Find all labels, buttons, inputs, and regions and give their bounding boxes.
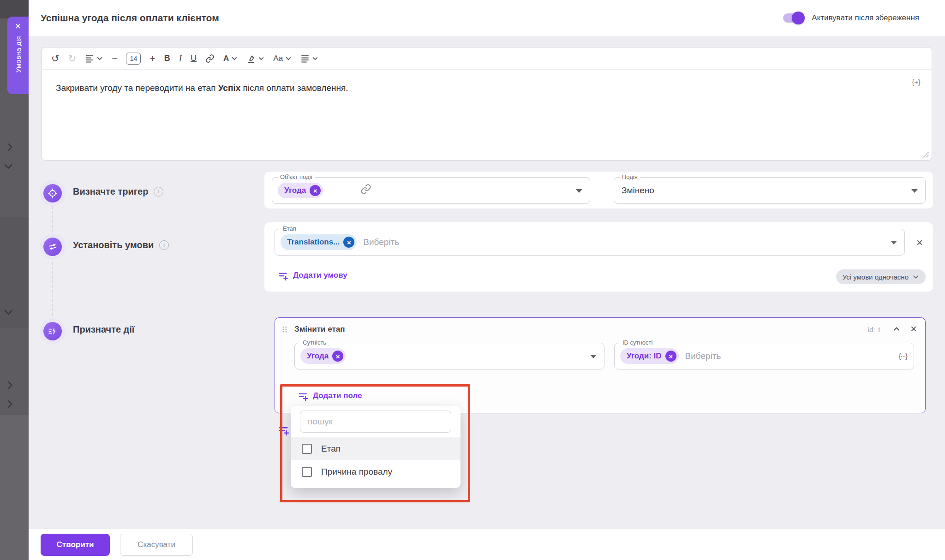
info-icon[interactable]: i [154,187,163,197]
dropdown-arrow-icon[interactable] [891,241,897,244]
sidebar-shade [0,415,29,560]
select-placeholder: Виберіть [685,351,721,361]
chevron-down-icon [285,55,292,62]
chevron-down-icon [912,274,919,280]
option-label: Етап [321,444,341,454]
entity-id-select[interactable]: ID сутності Угоди: ID × Виберіть {···} [614,343,914,369]
cancel-button[interactable]: Скасувати [120,534,193,556]
dropdown-option[interactable]: Етап [291,437,461,460]
bold-text: Успіх [218,83,241,93]
condition-mode-select[interactable]: Усі умови одночасно [836,269,926,284]
remove-chip-icon[interactable]: × [665,351,676,362]
option-checkbox[interactable] [302,467,312,477]
entity-select[interactable]: Сутність Угода × [294,343,604,369]
field-label: Подія [620,173,640,180]
resize-handle-icon[interactable] [922,151,929,158]
activate-toggle-label: Активувати після збереження [812,13,919,23]
insert-link-button[interactable] [205,54,215,63]
highlight-color-button[interactable] [246,54,264,63]
trigger-step-header: Визначте тригер i [73,186,163,197]
remove-chip-icon[interactable]: × [343,237,354,248]
font-color-button[interactable]: A [223,54,238,63]
chevron-down-icon [258,55,264,62]
dropdown-arrow-icon[interactable] [590,355,597,358]
editor-toolbar: ↺ ↻ − 14 + B I U A Aa [42,48,932,70]
action-title: Змінити етап [294,325,345,334]
underline-button[interactable]: U [191,54,197,63]
text-case-button[interactable]: Aa [273,54,292,63]
action-id: id: 1 [868,326,881,334]
chevron-right-icon[interactable] [5,399,15,409]
conditions-step-icon [40,234,66,260]
trigger-step-icon [40,180,66,206]
insert-variable-icon[interactable]: {+} [912,78,921,86]
align-button[interactable] [300,54,318,63]
font-size-decrease-button[interactable]: − [112,54,117,63]
automation-editor-panel: Успішна угода після оплати клієнтом Акти… [29,0,945,560]
sidebar-shade [0,0,29,18]
italic-button[interactable]: I [179,54,182,64]
field-label: Етап [281,225,299,232]
action-card-header: Змінити етап id: 1 × [275,318,925,340]
insert-variable-icon[interactable]: {···} [899,352,907,360]
description-text[interactable]: Закривати угоду та переводити на етап Ус… [42,70,932,106]
chevron-right-icon[interactable] [5,142,15,152]
remove-chip-icon[interactable]: × [310,185,321,196]
selected-chip: Translations... × [281,234,357,250]
add-list-icon [278,270,288,280]
chevron-right-icon[interactable] [5,380,15,390]
drawer-tab-label: Умовна дія [14,36,22,72]
undo-button[interactable]: ↺ [51,54,60,63]
add-list-icon [278,424,289,435]
actions-step-icon [40,318,66,344]
info-icon[interactable]: i [159,240,169,250]
add-condition-button[interactable]: Додати умову [278,270,347,280]
close-icon[interactable]: × [910,322,917,335]
bold-button[interactable]: B [164,54,170,63]
font-size-value[interactable]: 14 [126,53,141,65]
chevron-down-icon [231,55,238,62]
page-title: Успішна угода після оплати клієнтом [41,12,219,24]
option-checkbox[interactable] [302,444,312,454]
actions-step-header: Призначте дії [73,324,135,335]
dropdown-arrow-icon[interactable] [576,189,582,193]
toggle-knob [792,12,805,24]
field-label: ID сутності [620,339,655,346]
search-input[interactable] [300,411,451,433]
line-height-button[interactable] [85,54,103,63]
dropdown-arrow-icon[interactable] [911,189,918,193]
activate-toggle[interactable] [783,13,803,23]
option-label: Причина провалу [321,467,392,477]
selected-chip: Угода × [278,183,323,198]
step-label: Визначте тригер [73,186,148,197]
chevron-down-icon[interactable] [3,307,13,317]
highlight-color-icon [246,54,256,63]
event-object-select[interactable]: Об'єкт події Угода × [272,177,590,204]
font-size-increase-button[interactable]: + [150,54,155,63]
drag-handle-icon[interactable] [281,325,289,334]
dropdown-option[interactable]: Причина провалу [291,460,461,483]
add-action-button[interactable] [278,424,289,435]
conditions-step-header: Установіть умови i [73,240,169,250]
event-select[interactable]: Подія Змінено [614,177,926,204]
sliders-icon [48,242,58,252]
link-fields-icon[interactable] [360,184,371,195]
step-label: Установіть умови [73,240,154,250]
add-field-button[interactable]: Додати поле [298,391,362,401]
drawer-tab[interactable]: × Умовна дія [7,17,29,94]
close-icon[interactable]: × [15,20,21,32]
header: Успішна угода після оплати клієнтом Акти… [29,0,945,36]
field-picker-dropdown: Етап Причина провалу [291,406,461,488]
chevron-down-icon [96,55,103,62]
target-icon [48,188,58,198]
stage-condition-select[interactable]: Етап Translations... × Виберіть [275,229,905,256]
remove-chip-icon[interactable]: × [332,351,343,362]
redo-button[interactable]: ↻ [68,54,77,63]
description-editor: ↺ ↻ − 14 + B I U A Aa [42,47,932,161]
remove-condition-icon[interactable]: × [916,236,923,249]
create-button[interactable]: Створити [41,534,110,556]
action-bolt-icon [48,326,58,336]
chevron-down-icon[interactable] [3,161,13,171]
collapse-icon[interactable] [892,324,901,334]
conditions-panel: Етап Translations... × Виберіть × Додати… [264,222,933,292]
